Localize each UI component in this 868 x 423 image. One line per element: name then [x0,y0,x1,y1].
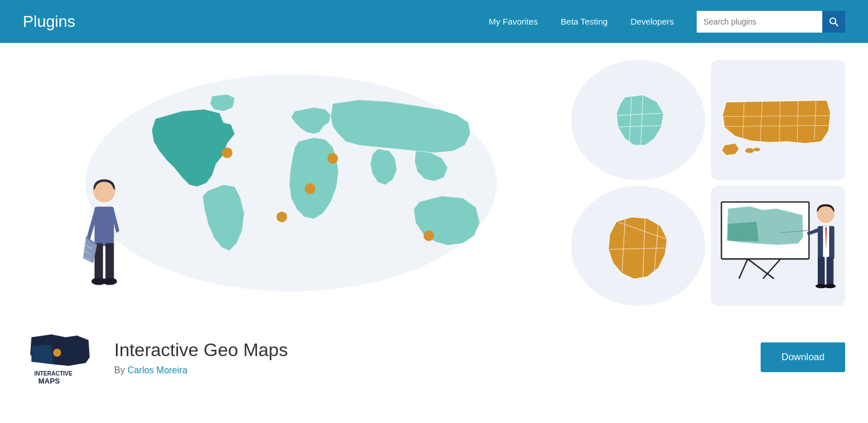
europe-map-card [571,186,705,306]
svg-point-5 [424,230,434,241]
svg-point-6 [276,212,287,222]
svg-text:MAPS: MAPS [38,377,60,385]
plugin-info-row: INTERACTIVE MAPS Interactive Geo Maps By… [23,329,845,392]
svg-point-4 [327,153,337,163]
plugin-banner [23,60,845,306]
nav-favorites[interactable]: My Favorites [489,17,538,26]
usa-map-svg [716,83,841,157]
presenter-card [711,186,845,306]
right-maps [571,60,845,306]
usa-map-card [711,60,845,180]
person-figure-svg [80,173,128,295]
svg-point-49 [824,284,835,289]
france-map-svg [593,74,684,166]
presenter-svg [713,189,844,303]
europe-map-svg [590,197,687,294]
author-by-label: By [114,365,125,375]
svg-point-3 [305,183,315,194]
world-map-illustration [23,60,560,306]
svg-line-1 [835,23,838,26]
search-icon [829,17,838,26]
plugin-logo: INTERACTIVE MAPS [23,329,97,386]
world-map-svg [133,89,510,277]
plugin-name: Interactive Geo Maps [114,340,744,361]
search-input[interactable] [697,11,822,33]
site-title: Plugins [23,13,466,31]
nav-developers[interactable]: Developers [630,17,674,26]
plugin-logo-svg: INTERACTIVE MAPS [26,329,94,386]
search-button[interactable] [822,11,845,33]
svg-text:INTERACTIVE: INTERACTIVE [34,370,73,377]
svg-line-38 [739,259,748,279]
plugin-details: Interactive Geo Maps By Carlos Moreira [114,340,744,376]
main-nav: My Favorites Beta Testing Developers [489,11,845,33]
svg-point-50 [53,349,61,357]
svg-point-12 [102,277,117,285]
nav-beta[interactable]: Beta Testing [561,17,608,26]
author-link[interactable]: Carlos Moreira [127,365,187,375]
plugin-author: By Carlos Moreira [114,365,744,376]
svg-line-40 [763,259,781,279]
download-button[interactable]: Download [761,342,845,372]
svg-line-39 [748,259,774,279]
site-header: Plugins My Favorites Beta Testing Develo… [0,0,868,43]
main-content: INTERACTIVE MAPS Interactive Geo Maps By… [0,43,868,414]
svg-rect-47 [826,257,833,285]
svg-point-2 [222,147,232,158]
svg-point-29 [745,148,754,153]
svg-rect-10 [106,243,114,280]
svg-rect-46 [818,257,825,285]
france-map-card [571,60,705,180]
svg-rect-8 [95,206,114,246]
search-container [697,11,845,33]
svg-point-30 [753,147,760,151]
